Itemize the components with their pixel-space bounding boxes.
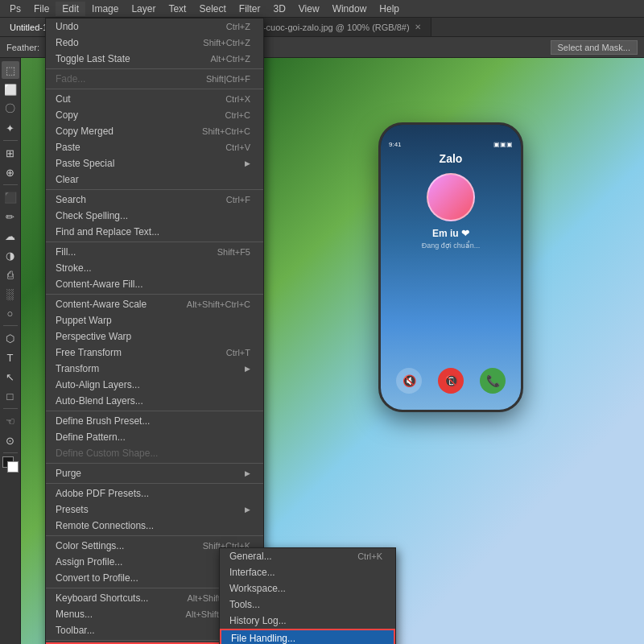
menu-3d[interactable]: 3D [266,2,291,16]
menu-define-shape[interactable]: Define Custom Shape... [46,445,263,461]
pref-workspace[interactable]: Workspace... [220,580,395,597]
tool-move[interactable]: ⬚ [2,61,19,79]
menu-content-aware-fill[interactable]: Content-Aware Fill... [46,276,263,292]
tab-zalo-close[interactable]: ✕ [415,23,421,31]
separator-7 [46,463,263,464]
pref-tools[interactable]: Tools... [220,597,395,613]
menu-puppet-warp[interactable]: Puppet Warp [46,312,263,328]
menu-find-replace[interactable]: Find and Replace Text... [46,224,263,240]
menu-clear-label: Clear [56,174,79,185]
menu-find-replace-label: Find and Replace Text... [56,226,159,237]
pref-file-handling[interactable]: File Handling... [220,629,395,644]
tool-color-picker[interactable] [2,456,19,473]
menu-define-pattern[interactable]: Define Pattern... [46,429,263,445]
menu-content-aware-scale[interactable]: Content-Aware Scale Alt+Shift+Ctrl+C [46,296,263,312]
tool-lasso[interactable]: 〇 [2,100,19,118]
menu-free-transform[interactable]: Free Transform Ctrl+T [46,345,263,361]
tool-zoom[interactable]: ⊙ [2,431,19,449]
tool-gradient[interactable]: ░ [2,285,19,303]
menu-paste-special[interactable]: Paste Special [46,155,263,171]
feather-label: Feather: [6,43,39,52]
menu-color-settings-label: Color Settings... [56,540,124,551]
menu-undo[interactable]: Undo Ctrl+Z [46,19,263,35]
tool-clone[interactable]: ☁ [2,227,19,245]
menu-edit[interactable]: Edit [56,2,85,16]
menu-redo-shortcut: Shift+Ctrl+Z [203,38,250,47]
menu-copy-merged-shortcut: Shift+Ctrl+C [202,126,250,136]
menu-stroke-label: Stroke... [56,262,92,274]
menu-copy-merged-label: Copy Merged [56,126,114,137]
menu-fade[interactable]: Fade... Shift|Ctrl+F [46,71,263,87]
menu-copy[interactable]: Copy Ctrl+C [46,107,263,123]
menu-pdf-presets-label: Adobe PDF Presets... [56,488,149,499]
tool-eyedropper[interactable]: ⊕ [2,163,19,181]
menu-cut[interactable]: Cut Ctrl+X [46,91,263,107]
menu-window[interactable]: Window [326,2,374,16]
tool-pen[interactable]: ⬡ [2,329,19,347]
menu-puppet-warp-label: Puppet Warp [56,315,112,326]
menu-layer[interactable]: Layer [125,2,162,16]
separator-1 [46,68,263,69]
menu-remote-connections[interactable]: Remote Connections... [46,518,263,534]
menu-check-spelling[interactable]: Check Spelling... [46,208,263,224]
tool-separator-5 [3,452,18,453]
menu-presets[interactable]: Presets [46,502,263,518]
menu-copy-label: Copy [56,109,78,121]
tool-brush[interactable]: ✏ [2,208,19,225]
menu-auto-align[interactable]: Auto-Align Layers... [46,377,263,393]
menu-perspective-warp-label: Perspective Warp [56,331,131,342]
tool-eraser[interactable]: ⎙ [2,266,19,283]
background-color[interactable] [7,461,19,473]
tool-healing[interactable]: ⬛ [2,188,19,206]
menu-view[interactable]: View [292,2,326,16]
phone-status-bar: 9:41 ▣▣▣ [381,141,521,148]
menu-toggle-state-label: Toggle Last State [56,53,130,64]
pref-interface-label: Interface... [229,567,275,578]
menu-fade-label: Fade... [56,73,85,85]
menu-transform[interactable]: Transform [46,361,263,377]
separator-4 [46,242,263,242]
tool-magic-wand[interactable]: ✦ [2,119,19,137]
tool-hand[interactable]: ☜ [2,412,19,430]
menu-ps-logo[interactable]: Ps [3,2,27,16]
menu-copy-merged[interactable]: Copy Merged Shift+Ctrl+C [46,123,263,139]
menu-auto-blend[interactable]: Auto-Blend Layers... [46,393,263,409]
menu-toggle-state[interactable]: Toggle Last State Alt+Ctrl+Z [46,51,263,67]
menu-file[interactable]: File [27,2,56,16]
tool-path-selection[interactable]: ↖ [2,368,19,386]
phone-decline-btn: 📵 [438,368,464,394]
menu-clear[interactable]: Clear [46,171,263,188]
select-mask-button[interactable]: Select and Mask... [551,40,638,55]
separator-3 [46,189,263,190]
menu-filter[interactable]: Filter [233,2,267,16]
tool-crop[interactable]: ⊞ [2,144,19,162]
menu-help[interactable]: Help [373,2,406,16]
tool-type[interactable]: T [2,349,19,366]
phone-caller-name: Em iu ❤ [432,228,469,239]
menu-image[interactable]: Image [85,2,125,16]
menu-stroke[interactable]: Stroke... [46,260,263,276]
menu-transform-label: Transform [56,363,99,374]
menu-redo[interactable]: Redo Shift+Ctrl+Z [46,35,263,51]
tool-history[interactable]: ◑ [2,246,19,264]
menu-text[interactable]: Text [162,2,192,16]
menu-define-brush[interactable]: Define Brush Preset... [46,413,263,429]
pref-general[interactable]: General... Ctrl+K [220,548,395,564]
menu-perspective-warp[interactable]: Perspective Warp [46,328,263,345]
menu-select[interactable]: Select [192,2,232,16]
menu-assign-profile-label: Assign Profile... [56,556,122,568]
tool-shape[interactable]: □ [2,387,19,405]
menu-paste[interactable]: Paste Ctrl+V [46,139,263,155]
pref-interface[interactable]: Interface... [220,564,395,580]
pref-history-log[interactable]: History Log... [220,613,395,629]
menu-purge[interactable]: Purge [46,465,263,481]
menu-fill[interactable]: Fill... Shift+F5 [46,244,263,260]
tool-selection[interactable]: ⬜ [2,80,19,98]
tool-separator-1 [3,140,18,141]
menu-redo-label: Redo [56,37,79,48]
menu-pdf-presets[interactable]: Adobe PDF Presets... [46,485,263,502]
menu-undo-label: Undo [56,21,79,32]
left-toolbar: ⬚ ⬜ 〇 ✦ ⊞ ⊕ ⬛ ✏ ☁ ◑ ⎙ ░ ○ ⬡ T ↖ □ ☜ ⊙ [0,58,21,644]
tool-dodge[interactable]: ○ [2,304,19,322]
menu-search[interactable]: Search Ctrl+F [46,192,263,208]
